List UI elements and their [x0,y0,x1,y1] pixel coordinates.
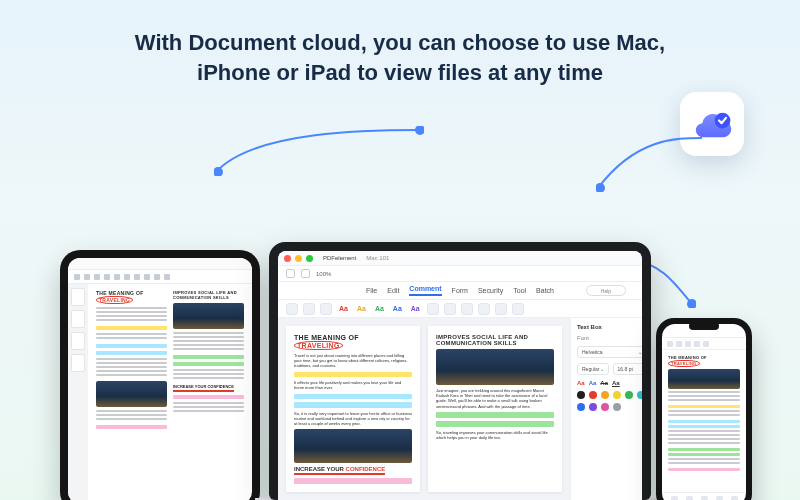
color-swatches [577,391,642,411]
article-photo [668,369,740,389]
color-swatch[interactable] [613,403,621,411]
article-photo [294,429,412,463]
text-color-option[interactable]: Aa [337,305,350,312]
tabbar-item[interactable] [716,496,723,500]
traffic-light-minimize[interactable] [295,255,302,262]
view-mode-icon[interactable] [301,269,310,278]
color-swatch[interactable] [601,403,609,411]
menu-edit[interactable]: Edit [387,287,399,294]
tool-attachment-icon[interactable] [512,303,524,315]
menu-file[interactable]: File [366,287,377,294]
properties-panel: Text Box Font Helvetica⌄ Regular⌄ 16.8 p… [570,318,642,500]
text-strike-option[interactable]: Aa [600,380,608,386]
text-underline-option[interactable]: Aa [612,380,620,386]
tool-textbox-icon[interactable] [444,303,456,315]
color-swatch[interactable] [577,403,585,411]
tabbar-item[interactable] [686,496,693,500]
view-bar: 100% [278,266,642,282]
font-family-select[interactable]: Helvetica⌄ [577,346,642,358]
tool-signature-icon[interactable] [495,303,507,315]
tab-inactive[interactable]: Mac 101 [366,255,389,261]
text-color-option[interactable]: Aa [391,305,404,312]
traffic-light-zoom[interactable] [306,255,313,262]
tabbar-item[interactable] [731,496,738,500]
iphone-toolbar [662,338,746,350]
panel-title: Text Box [577,324,642,330]
text-color-option[interactable]: Aa [409,305,422,312]
text-color-option[interactable]: Aa [577,380,585,386]
menu-comment[interactable]: Comment [409,285,441,296]
document-page-2: IMPROVES SOCIAL LIFE AND COMMUNICATION S… [428,326,562,492]
iphone-tabbar [662,492,746,500]
font-size-field[interactable]: 16.8 pt [613,363,642,375]
chevron-down-icon: ⌄ [600,366,604,372]
text-color-option[interactable]: Aa [355,305,368,312]
sidebar-toggle-icon[interactable] [286,269,295,278]
main-menu: File Edit Comment Form Security Tool Bat… [278,282,642,300]
color-swatch[interactable] [637,391,642,399]
tool-strike-icon[interactable] [320,303,332,315]
comment-toolbar: Aa Aa Aa Aa Aa [278,300,642,318]
font-label: Font [577,335,642,341]
zoom-level[interactable]: 100% [316,271,331,277]
document-canvas: THE MEANING OFTRAVELING Travel is not ju… [278,318,570,500]
menu-batch[interactable]: Batch [536,287,554,294]
tabbar-item[interactable] [671,496,678,500]
ipad-device: THE MEANING OFTRAVELING IMPROVES SOCIAL … [60,250,260,500]
traffic-light-close[interactable] [284,255,291,262]
tool-underline-icon[interactable] [303,303,315,315]
tabbar-item[interactable] [701,496,708,500]
article-photo [96,381,167,407]
tool-stamp-icon[interactable] [478,303,490,315]
text-color-option[interactable]: Aa [589,380,597,386]
color-swatch[interactable] [625,391,633,399]
ipad-toolbar [68,270,252,284]
help-search[interactable]: Help [586,285,626,296]
svg-point-2 [416,126,424,134]
color-swatch[interactable] [613,391,621,399]
article-photo [436,349,554,385]
menu-form[interactable]: Form [452,287,468,294]
color-swatch[interactable] [601,391,609,399]
font-weight-select[interactable]: Regular⌄ [577,363,609,375]
color-swatch[interactable] [589,403,597,411]
tool-shape-icon[interactable] [461,303,473,315]
iphone-document-page: THE MEANING OFTRAVELING [662,350,746,492]
text-color-option[interactable]: Aa [373,305,386,312]
article-photo [173,303,244,329]
tab-active[interactable]: PDFelement [323,255,356,261]
tool-highlight-icon[interactable] [286,303,298,315]
ipad-document-page: THE MEANING OFTRAVELING IMPROVES SOCIAL … [88,284,252,500]
window-titlebar: PDFelement Mac 101 [278,251,642,266]
color-swatch[interactable] [589,391,597,399]
iphone-statusbar [662,324,746,338]
menu-tool[interactable]: Tool [513,287,526,294]
chevron-down-icon: ⌄ [638,349,642,355]
iphone-device: THE MEANING OFTRAVELING [656,318,752,500]
document-page-1: THE MEANING OFTRAVELING Travel is not ju… [286,326,420,492]
menu-security[interactable]: Security [478,287,503,294]
marketing-headline: With Document cloud, you can choose to u… [0,0,800,87]
macbook-device: PDFelement Mac 101 100% File Edit Commen… [269,242,651,500]
ipad-thumbnail-rail [68,284,88,500]
color-swatch[interactable] [577,391,585,399]
tool-note-icon[interactable] [427,303,439,315]
